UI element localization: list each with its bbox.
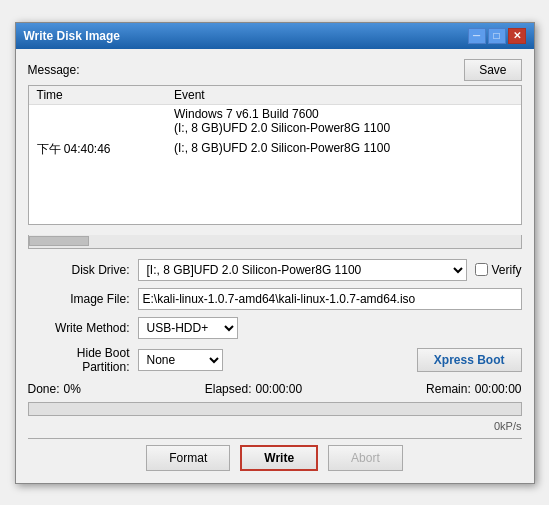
- write-method-label: Write Method:: [28, 321, 138, 335]
- scrollbar-thumb: [29, 236, 89, 246]
- table-row: Windows 7 v6.1 Build 7600 (I:, 8 GB)UFD …: [29, 104, 521, 137]
- image-file-input[interactable]: [138, 288, 522, 310]
- progress-bar-container: [28, 402, 522, 416]
- verify-label: Verify: [475, 263, 521, 277]
- hide-boot-select[interactable]: None Partition 1 Partition 2: [138, 349, 223, 371]
- write-method-row: USB-HDD+ USB-ZIP+ USB-HDD USB-ZIP: [138, 317, 522, 339]
- speed-value: 0kP/s: [494, 420, 522, 432]
- hide-boot-row: None Partition 1 Partition 2 Xpress Boot: [138, 348, 522, 372]
- title-bar: Write Disk Image ─ □ ✕: [16, 23, 534, 49]
- minimize-button[interactable]: ─: [468, 28, 486, 44]
- hide-boot-label: Hide Boot Partition:: [28, 346, 138, 374]
- table-row: 下午 04:40:46 (I:, 8 GB)UFD 2.0 Silicon-Po…: [29, 137, 521, 160]
- write-button[interactable]: Write: [240, 445, 318, 471]
- title-bar-controls: ─ □ ✕: [468, 28, 526, 44]
- col-time: Time: [29, 86, 167, 105]
- close-button[interactable]: ✕: [508, 28, 526, 44]
- remain-label: Remain:: [426, 382, 471, 396]
- remain-item: Remain: 00:00:00: [426, 382, 521, 396]
- message-box[interactable]: Time Event Windows 7 v6.1 Build 7600 (I:…: [28, 85, 522, 225]
- xpress-boot-button[interactable]: Xpress Boot: [417, 348, 522, 372]
- write-method-select[interactable]: USB-HDD+ USB-ZIP+ USB-HDD USB-ZIP: [138, 317, 238, 339]
- progress-row: Done: 0% Elapsed: 00:00:00 Remain: 00:00…: [28, 382, 522, 396]
- row2-time: 下午 04:40:46: [29, 137, 167, 160]
- disk-drive-row: [I:, 8 GB]UFD 2.0 Silicon-Power8G 1100 V…: [138, 259, 522, 281]
- message-scrollbar[interactable]: [28, 235, 522, 249]
- form-grid: Disk Drive: [I:, 8 GB]UFD 2.0 Silicon-Po…: [28, 259, 522, 374]
- disk-drive-label: Disk Drive:: [28, 263, 138, 277]
- message-header: Message: Save: [28, 59, 522, 81]
- save-button[interactable]: Save: [464, 59, 521, 81]
- row2-event: (I:, 8 GB)UFD 2.0 Silicon-Power8G 1100: [166, 137, 520, 160]
- col-event: Event: [166, 86, 520, 105]
- message-table: Time Event Windows 7 v6.1 Build 7600 (I:…: [29, 86, 521, 160]
- abort-button[interactable]: Abort: [328, 445, 403, 471]
- done-label: Done:: [28, 382, 60, 396]
- maximize-button[interactable]: □: [488, 28, 506, 44]
- bottom-buttons: Format Write Abort: [28, 445, 522, 473]
- speed-row: 0kP/s: [28, 420, 522, 432]
- disk-drive-select[interactable]: [I:, 8 GB]UFD 2.0 Silicon-Power8G 1100: [138, 259, 468, 281]
- elapsed-item: Elapsed: 00:00:00: [205, 382, 302, 396]
- message-label-text: Message:: [28, 63, 80, 77]
- done-item: Done: 0%: [28, 382, 81, 396]
- hide-boot-left: None Partition 1 Partition 2: [138, 349, 223, 371]
- image-file-label: Image File:: [28, 292, 138, 306]
- row1-event: Windows 7 v6.1 Build 7600 (I:, 8 GB)UFD …: [166, 104, 520, 137]
- window-body: Message: Save Time Event Windows 7 v6.1 …: [16, 49, 534, 483]
- row1-time: [29, 104, 167, 137]
- verify-text: Verify: [491, 263, 521, 277]
- row1-event-line2: (I:, 8 GB)UFD 2.0 Silicon-Power8G 1100: [174, 121, 390, 135]
- elapsed-label: Elapsed:: [205, 382, 252, 396]
- row1-event-line1: Windows 7 v6.1 Build 7600: [174, 107, 319, 121]
- main-window: Write Disk Image ─ □ ✕ Message: Save Tim…: [15, 22, 535, 484]
- done-value: 0%: [64, 382, 81, 396]
- window-title: Write Disk Image: [24, 29, 120, 43]
- format-button[interactable]: Format: [146, 445, 230, 471]
- divider: [28, 438, 522, 439]
- verify-checkbox[interactable]: [475, 263, 488, 276]
- elapsed-value: 00:00:00: [255, 382, 302, 396]
- remain-value: 00:00:00: [475, 382, 522, 396]
